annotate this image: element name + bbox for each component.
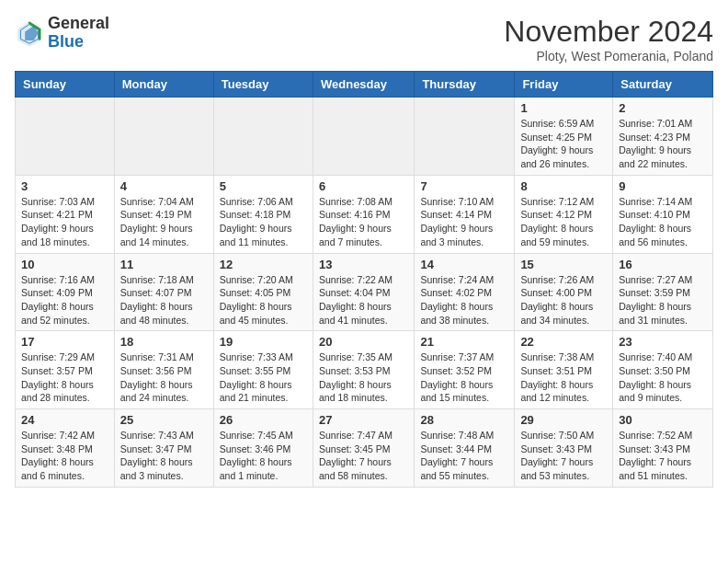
calendar-cell: 3Sunrise: 7:03 AM Sunset: 4:21 PM Daylig… (16, 175, 115, 253)
calendar-cell: 5Sunrise: 7:06 AM Sunset: 4:18 PM Daylig… (213, 175, 313, 253)
weekday-sunday: Sunday (16, 72, 115, 98)
day-number: 6 (319, 179, 408, 193)
day-info: Sunrise: 7:14 AM Sunset: 4:10 PM Dayligh… (619, 195, 707, 249)
day-number: 2 (619, 101, 707, 115)
calendar-cell: 10Sunrise: 7:16 AM Sunset: 4:09 PM Dayli… (16, 253, 115, 331)
weekday-wednesday: Wednesday (313, 72, 414, 98)
day-info: Sunrise: 7:16 AM Sunset: 4:09 PM Dayligh… (21, 273, 108, 327)
calendar-cell: 11Sunrise: 7:18 AM Sunset: 4:07 PM Dayli… (114, 253, 213, 331)
calendar-cell: 23Sunrise: 7:40 AM Sunset: 3:50 PM Dayli… (613, 331, 713, 409)
day-info: Sunrise: 7:48 AM Sunset: 3:44 PM Dayligh… (420, 429, 508, 483)
day-number: 5 (220, 179, 307, 193)
weekday-friday: Friday (515, 72, 613, 98)
calendar-cell (114, 98, 213, 176)
day-number: 19 (220, 335, 307, 349)
day-info: Sunrise: 7:45 AM Sunset: 3:46 PM Dayligh… (220, 429, 307, 483)
day-number: 21 (420, 335, 508, 349)
calendar-cell: 8Sunrise: 7:12 AM Sunset: 4:12 PM Daylig… (515, 175, 613, 253)
calendar-cell (213, 98, 313, 176)
calendar-cell (313, 98, 414, 176)
day-info: Sunrise: 7:08 AM Sunset: 4:16 PM Dayligh… (319, 195, 408, 249)
day-info: Sunrise: 7:31 AM Sunset: 3:56 PM Dayligh… (120, 350, 208, 405)
calendar-cell: 29Sunrise: 7:50 AM Sunset: 3:43 PM Dayli… (515, 409, 613, 488)
day-number: 29 (520, 413, 607, 427)
day-number: 30 (619, 413, 707, 427)
day-number: 16 (619, 258, 707, 271)
calendar-cell: 4Sunrise: 7:04 AM Sunset: 4:19 PM Daylig… (114, 175, 213, 253)
day-number: 11 (120, 258, 208, 271)
day-number: 10 (21, 258, 108, 271)
calendar-cell: 18Sunrise: 7:31 AM Sunset: 3:56 PM Dayli… (114, 331, 213, 409)
logo-icon (15, 18, 44, 48)
calendar-week-5: 24Sunrise: 7:42 AM Sunset: 3:48 PM Dayli… (16, 409, 713, 488)
calendar-cell: 21Sunrise: 7:37 AM Sunset: 3:52 PM Dayli… (415, 331, 515, 409)
day-number: 24 (21, 413, 108, 427)
calendar-week-1: 1Sunrise: 6:59 AM Sunset: 4:25 PM Daylig… (16, 98, 713, 176)
weekday-monday: Monday (114, 72, 213, 98)
logo-blue: Blue (48, 33, 109, 52)
calendar-week-2: 3Sunrise: 7:03 AM Sunset: 4:21 PM Daylig… (16, 175, 713, 253)
calendar-cell: 2Sunrise: 7:01 AM Sunset: 4:23 PM Daylig… (613, 98, 713, 176)
logo-text: General Blue (48, 15, 109, 52)
calendar-cell: 30Sunrise: 7:52 AM Sunset: 3:43 PM Dayli… (613, 409, 713, 488)
calendar: SundayMondayTuesdayWednesdayThursdayFrid… (15, 71, 713, 488)
day-number: 28 (420, 413, 508, 427)
day-number: 8 (520, 179, 607, 193)
day-number: 14 (420, 258, 508, 271)
day-info: Sunrise: 7:27 AM Sunset: 3:59 PM Dayligh… (619, 273, 707, 327)
day-info: Sunrise: 7:52 AM Sunset: 3:43 PM Dayligh… (619, 429, 707, 483)
calendar-week-4: 17Sunrise: 7:29 AM Sunset: 3:57 PM Dayli… (16, 331, 713, 409)
calendar-cell: 26Sunrise: 7:45 AM Sunset: 3:46 PM Dayli… (213, 409, 313, 488)
day-info: Sunrise: 7:06 AM Sunset: 4:18 PM Dayligh… (220, 195, 307, 249)
calendar-cell (16, 98, 115, 176)
day-info: Sunrise: 7:33 AM Sunset: 3:55 PM Dayligh… (220, 350, 307, 405)
day-info: Sunrise: 7:50 AM Sunset: 3:43 PM Dayligh… (520, 429, 607, 483)
day-info: Sunrise: 7:37 AM Sunset: 3:52 PM Dayligh… (420, 350, 508, 405)
calendar-cell: 22Sunrise: 7:38 AM Sunset: 3:51 PM Dayli… (515, 331, 613, 409)
page-header: General Blue November 2024 Ploty, West P… (15, 15, 713, 63)
calendar-cell: 7Sunrise: 7:10 AM Sunset: 4:14 PM Daylig… (415, 175, 515, 253)
calendar-cell: 28Sunrise: 7:48 AM Sunset: 3:44 PM Dayli… (415, 409, 515, 488)
day-info: Sunrise: 7:20 AM Sunset: 4:05 PM Dayligh… (220, 273, 307, 327)
day-info: Sunrise: 7:26 AM Sunset: 4:00 PM Dayligh… (520, 273, 607, 327)
day-number: 18 (120, 335, 208, 349)
calendar-cell: 12Sunrise: 7:20 AM Sunset: 4:05 PM Dayli… (213, 253, 313, 331)
day-number: 4 (120, 179, 208, 193)
calendar-cell: 25Sunrise: 7:43 AM Sunset: 3:47 PM Dayli… (114, 409, 213, 488)
day-number: 9 (619, 179, 707, 193)
calendar-body: 1Sunrise: 6:59 AM Sunset: 4:25 PM Daylig… (16, 98, 713, 488)
day-info: Sunrise: 7:35 AM Sunset: 3:53 PM Dayligh… (319, 350, 408, 405)
day-info: Sunrise: 7:03 AM Sunset: 4:21 PM Dayligh… (21, 195, 108, 249)
day-info: Sunrise: 7:18 AM Sunset: 4:07 PM Dayligh… (120, 273, 208, 327)
calendar-cell: 15Sunrise: 7:26 AM Sunset: 4:00 PM Dayli… (515, 253, 613, 331)
calendar-cell: 16Sunrise: 7:27 AM Sunset: 3:59 PM Dayli… (613, 253, 713, 331)
calendar-cell: 19Sunrise: 7:33 AM Sunset: 3:55 PM Dayli… (213, 331, 313, 409)
calendar-header: SundayMondayTuesdayWednesdayThursdayFrid… (16, 72, 713, 98)
day-info: Sunrise: 7:04 AM Sunset: 4:19 PM Dayligh… (120, 195, 208, 249)
logo-general: General (48, 15, 109, 33)
title-area: November 2024 Ploty, West Pomerania, Pol… (504, 15, 713, 63)
weekday-saturday: Saturday (613, 72, 713, 98)
month-title: November 2024 (504, 15, 713, 49)
day-info: Sunrise: 7:47 AM Sunset: 3:45 PM Dayligh… (319, 429, 408, 483)
day-info: Sunrise: 6:59 AM Sunset: 4:25 PM Dayligh… (520, 117, 607, 171)
calendar-cell (415, 98, 515, 176)
day-number: 23 (619, 335, 707, 349)
day-info: Sunrise: 7:10 AM Sunset: 4:14 PM Dayligh… (420, 195, 508, 249)
day-number: 13 (319, 258, 408, 271)
day-number: 17 (21, 335, 108, 349)
day-info: Sunrise: 7:38 AM Sunset: 3:51 PM Dayligh… (520, 350, 607, 405)
day-number: 7 (420, 179, 508, 193)
day-info: Sunrise: 7:22 AM Sunset: 4:04 PM Dayligh… (319, 273, 408, 327)
calendar-week-3: 10Sunrise: 7:16 AM Sunset: 4:09 PM Dayli… (16, 253, 713, 331)
calendar-cell: 13Sunrise: 7:22 AM Sunset: 4:04 PM Dayli… (313, 253, 414, 331)
calendar-cell: 20Sunrise: 7:35 AM Sunset: 3:53 PM Dayli… (313, 331, 414, 409)
calendar-cell: 27Sunrise: 7:47 AM Sunset: 3:45 PM Dayli… (313, 409, 414, 488)
day-info: Sunrise: 7:40 AM Sunset: 3:50 PM Dayligh… (619, 350, 707, 405)
day-info: Sunrise: 7:24 AM Sunset: 4:02 PM Dayligh… (420, 273, 508, 327)
day-number: 12 (220, 258, 307, 271)
calendar-cell: 9Sunrise: 7:14 AM Sunset: 4:10 PM Daylig… (613, 175, 713, 253)
weekday-header-row: SundayMondayTuesdayWednesdayThursdayFrid… (16, 72, 713, 98)
calendar-cell: 24Sunrise: 7:42 AM Sunset: 3:48 PM Dayli… (16, 409, 115, 488)
day-info: Sunrise: 7:43 AM Sunset: 3:47 PM Dayligh… (120, 429, 208, 483)
